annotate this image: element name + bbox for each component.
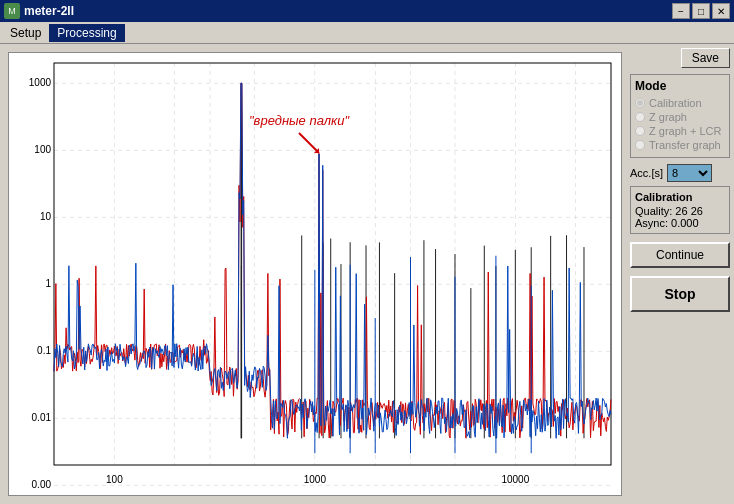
mode-calibration[interactable]: Calibration: [635, 97, 725, 109]
spectrum-chart: [9, 53, 621, 495]
menu-processing[interactable]: Processing: [49, 24, 124, 42]
mode-zgraph-lcr[interactable]: Z graph + LCR: [635, 125, 725, 137]
acc-row: Acc.[s] 8 16 32: [630, 164, 730, 182]
continue-button[interactable]: Continue: [630, 242, 730, 268]
window-controls: − □ ✕: [672, 3, 730, 19]
main-content: "вредные палки" Save Mode Calibration Z …: [0, 44, 734, 504]
app-icon: M: [4, 3, 20, 19]
calibration-quality: Quality: 26 26: [635, 205, 725, 217]
menu-setup[interactable]: Setup: [2, 24, 49, 42]
chart-container: "вредные палки": [8, 52, 622, 496]
save-button[interactable]: Save: [681, 48, 730, 68]
acc-select[interactable]: 8 16 32: [667, 164, 712, 182]
acc-label: Acc.[s]: [630, 167, 663, 179]
minimize-button[interactable]: −: [672, 3, 690, 19]
app-title: meter-2II: [24, 4, 74, 18]
right-panel: Save Mode Calibration Z graph Z graph + …: [626, 44, 734, 504]
mode-transfer[interactable]: Transfer graph: [635, 139, 725, 151]
mode-group: Mode Calibration Z graph Z graph + LCR T…: [630, 74, 730, 158]
menu-bar: Setup Processing: [0, 22, 734, 44]
calibration-title: Calibration: [635, 191, 725, 203]
mode-title: Mode: [635, 79, 725, 93]
maximize-button[interactable]: □: [692, 3, 710, 19]
mode-zgraph[interactable]: Z graph: [635, 111, 725, 123]
calibration-async: Async: 0.000: [635, 217, 725, 229]
stop-button[interactable]: Stop: [630, 276, 730, 312]
title-bar: M meter-2II − □ ✕: [0, 0, 734, 22]
calibration-group: Calibration Quality: 26 26 Async: 0.000: [630, 186, 730, 234]
chart-area: "вредные палки": [0, 44, 626, 504]
close-button[interactable]: ✕: [712, 3, 730, 19]
